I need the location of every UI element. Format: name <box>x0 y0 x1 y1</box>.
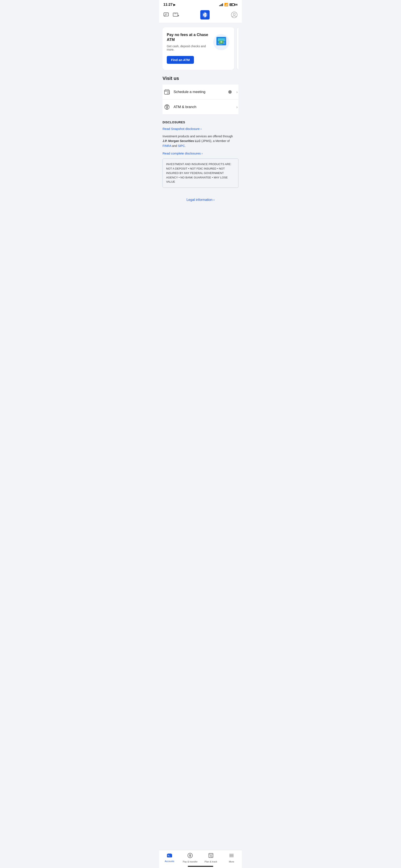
location-icon: ▶ <box>173 3 175 6</box>
svg-rect-23 <box>225 38 226 38</box>
svg-rect-40 <box>168 856 171 856</box>
atm-branch-item[interactable]: ATM & branch › <box>163 100 238 115</box>
add-account-icon[interactable] <box>173 12 179 19</box>
main-content: $ Pay no fees at a Chase ATM Get cash, d… <box>159 23 242 230</box>
status-bar: 11:27 ▶ 📶 36 <box>159 0 242 8</box>
svg-point-20 <box>224 42 225 43</box>
atm-promo-card: $ Pay no fees at a Chase ATM Get cash, d… <box>163 27 234 70</box>
nav-left-icons <box>163 12 179 19</box>
plan-track-label: Plan & track <box>204 860 217 863</box>
svg-rect-0 <box>164 13 169 16</box>
more-icon <box>229 853 234 860</box>
battery-icon: 36 <box>230 3 238 6</box>
wifi-icon: 📶 <box>224 3 228 6</box>
chevron-right-icon-legal: › <box>213 198 214 202</box>
svg-rect-15 <box>218 44 222 44</box>
disclosures-title: DISCLOSURES <box>163 121 238 124</box>
more-label: More <box>229 860 234 863</box>
finra-link[interactable]: FINRA <box>163 144 171 148</box>
status-time: 11:27 ▶ <box>163 3 175 7</box>
pay-transfer-icon: $ <box>187 853 193 860</box>
svg-rect-25 <box>225 40 226 41</box>
disclosures-section: DISCLOSURES Read Snapshot disclosure › I… <box>163 121 238 188</box>
legal-information-link[interactable]: Legal information › <box>187 198 214 202</box>
schedule-meeting-chevron: › <box>236 90 238 94</box>
chevron-right-icon-2: › <box>202 152 203 155</box>
schedule-meeting-label: Schedule a meeting <box>174 90 225 94</box>
profile-icon[interactable] <box>231 11 238 19</box>
svg-point-21 <box>223 43 224 44</box>
atm-branch-chevron: › <box>236 105 238 110</box>
tab-bar: Accounts $ Pay & transfer Plan & track <box>159 850 242 868</box>
svg-rect-24 <box>225 39 226 40</box>
partial-promo-card: No can Try candto a Ca <box>237 27 238 70</box>
disclosure-body-text: Investment products and services are off… <box>163 134 238 148</box>
chat-icon[interactable] <box>163 12 169 19</box>
chevron-right-icon: › <box>200 127 202 130</box>
chase-logo <box>200 10 210 20</box>
find-atm-button[interactable]: Find an ATM <box>167 56 194 64</box>
atm-illustration: $ <box>212 32 231 52</box>
scroll-indicator <box>228 90 232 94</box>
svg-rect-36 <box>166 107 168 109</box>
atm-branch-icon <box>163 103 171 111</box>
promo-title: Pay no fees at a Chase ATM <box>167 32 213 42</box>
calendar-icon <box>163 88 171 96</box>
tab-more[interactable]: More <box>221 852 242 864</box>
visit-us-section: Visit us Schedule a meeting › <box>163 76 238 115</box>
svg-point-19 <box>223 42 224 43</box>
disclaimer-text: INVESTMENT AND INSURANCE PRODUCTS ARE: N… <box>166 162 235 184</box>
svg-rect-37 <box>167 854 172 858</box>
promo-cards-row: $ Pay no fees at a Chase ATM Get cash, d… <box>163 27 238 70</box>
promo-subtitle: Get cash, deposit checks and more. <box>167 44 213 51</box>
complete-disclosures-link[interactable]: Read complete disclosures › <box>163 152 203 155</box>
legal-row: Legal information › <box>163 194 238 207</box>
accounts-icon <box>167 853 172 859</box>
tab-pay-transfer[interactable]: $ Pay & transfer <box>180 852 201 864</box>
snapshot-disclosure-link[interactable]: Read Snapshot disclosure › <box>163 127 202 130</box>
svg-rect-39 <box>168 855 169 856</box>
signal-icon <box>219 3 223 6</box>
svg-point-9 <box>233 13 235 15</box>
tab-accounts[interactable]: Accounts <box>159 852 180 864</box>
schedule-meeting-item[interactable]: Schedule a meeting › <box>163 85 238 100</box>
svg-point-22 <box>224 43 225 44</box>
accounts-label: Accounts <box>165 860 174 863</box>
status-icons: 📶 36 <box>219 3 238 6</box>
nav-bar <box>159 8 242 23</box>
atm-branch-label: ATM & branch <box>174 105 233 109</box>
disclaimer-box: INVESTMENT AND INSURANCE PRODUCTS ARE: N… <box>163 158 238 188</box>
visit-us-title: Visit us <box>163 76 238 81</box>
pay-transfer-label: Pay & transfer <box>183 860 198 863</box>
sipc-link[interactable]: SIPC <box>178 144 185 148</box>
svg-text:$: $ <box>221 41 222 43</box>
svg-rect-38 <box>168 854 171 855</box>
plan-track-icon <box>208 853 214 860</box>
svg-rect-3 <box>173 13 178 16</box>
tab-plan-track[interactable]: Plan & track <box>200 852 221 864</box>
home-indicator <box>188 866 213 867</box>
